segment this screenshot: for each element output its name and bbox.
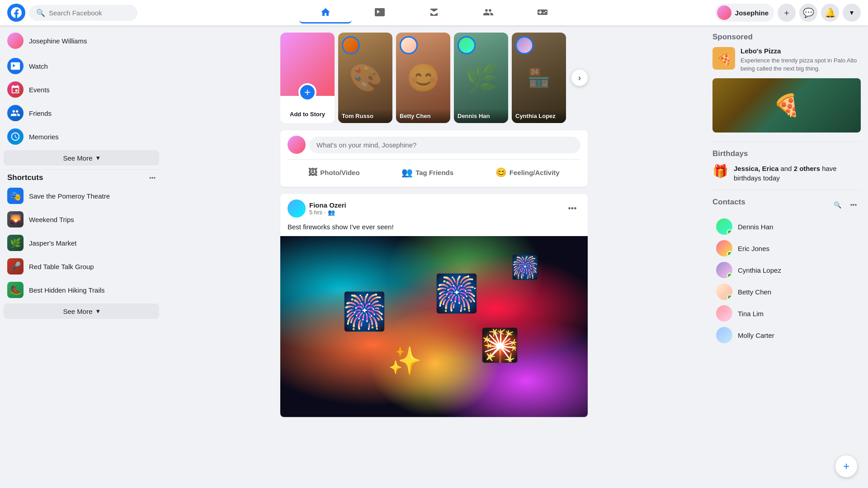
- contacts-search-btn[interactable]: 🔍: [830, 198, 844, 212]
- nav-tab-watch[interactable]: [354, 2, 406, 24]
- messenger-button[interactable]: 💬: [799, 4, 817, 22]
- shortcut-jasper[interactable]: 🌿 Jasper's Market: [4, 231, 159, 255]
- friends-label: Friends: [29, 109, 52, 117]
- feeling-label: Feeling/Activity: [509, 169, 560, 176]
- contact-betty[interactable]: Betty Chen: [712, 281, 861, 303]
- post-meta: 5 hrs · 👥: [309, 209, 346, 216]
- search-input[interactable]: [49, 9, 130, 17]
- contact-cynthia-online: [727, 273, 732, 278]
- stories-next-button[interactable]: ›: [571, 70, 588, 86]
- user-profile-btn[interactable]: Josephine: [715, 4, 774, 22]
- chevron-down-icon-2: ▾: [96, 307, 100, 315]
- shortcut-hiking[interactable]: 🥾 Best Hidden Hiking Trails: [4, 278, 159, 302]
- left-sidebar: Josephine Williams Watch Events Friends …: [0, 25, 163, 439]
- shortcuts-edit[interactable]: •••: [149, 175, 156, 181]
- sidebar-item-friends[interactable]: Friends: [4, 101, 159, 125]
- contacts-more-btn[interactable]: •••: [846, 198, 861, 212]
- photo-icon: 🖼: [308, 167, 317, 178]
- menu-button[interactable]: ▼: [843, 4, 861, 22]
- shortcut-red-img: 🎤: [7, 258, 24, 275]
- right-sidebar: Sponsored 🍕 Lebo's Pizza Experience the …: [705, 25, 868, 439]
- contact-tina-avatar: [716, 305, 732, 322]
- composer-input[interactable]: What's on your mind, Josephine?: [309, 137, 580, 153]
- contact-dennis[interactable]: Dennis Han: [712, 216, 861, 237]
- memories-icon: [7, 128, 24, 145]
- add-story-card[interactable]: + Add to Story: [280, 33, 335, 123]
- contact-dennis-name: Dennis Han: [738, 223, 773, 231]
- tag-friends-button[interactable]: 👥 Tag Friends: [396, 163, 459, 181]
- photo-video-label: Photo/Video: [320, 169, 359, 176]
- watch-icon: [7, 58, 24, 74]
- post-author-name[interactable]: Fiona Ozeri: [309, 201, 346, 209]
- sidebar-item-events[interactable]: Events: [4, 78, 159, 101]
- shortcut-jasper-label: Jasper's Market: [29, 239, 76, 247]
- sponsored-title: Sponsored: [712, 33, 861, 42]
- see-more-shortcuts[interactable]: See More ▾: [4, 303, 159, 319]
- chevron-right-icon: ›: [578, 73, 581, 83]
- contacts-actions: 🔍 •••: [830, 198, 861, 212]
- nav-tab-marketplace[interactable]: [408, 2, 460, 24]
- add-button[interactable]: ＋: [778, 4, 796, 22]
- sidebar-item-watch[interactable]: Watch: [4, 54, 159, 78]
- right-divider-1: [712, 142, 861, 142]
- story-dennis-art: 🌿: [454, 33, 508, 123]
- nav-tab-groups[interactable]: [462, 2, 514, 24]
- story-dennis[interactable]: Dennis Han 🌿: [454, 33, 508, 123]
- story-betty[interactable]: Betty Chen 😊: [396, 33, 450, 123]
- notifications-button[interactable]: 🔔: [821, 4, 839, 22]
- story-tom[interactable]: Tom Russo 🎨: [338, 33, 392, 123]
- contact-cynthia[interactable]: Cynthia Lopez: [712, 259, 861, 281]
- firework-3: 🎇: [480, 327, 519, 364]
- see-more-shortcuts-label: See More: [63, 308, 92, 315]
- nav-tab-home[interactable]: [299, 2, 352, 24]
- sidebar-user-profile[interactable]: Josephine Williams: [4, 29, 159, 52]
- tag-icon: 👥: [401, 167, 413, 178]
- composer-divider: [288, 159, 580, 160]
- search-bar[interactable]: 🔍: [29, 5, 137, 21]
- post-more-button[interactable]: •••: [564, 200, 580, 217]
- firework-4: ✨: [388, 345, 422, 377]
- contact-betty-name: Betty Chen: [738, 288, 771, 296]
- events-label: Events: [29, 86, 50, 94]
- navbar: 🔍 Josephine ＋: [0, 0, 868, 25]
- shortcut-save[interactable]: 🎭 Save the Pomeroy Theatre: [4, 184, 159, 208]
- stories-list: + Add to Story Tom Russo 🎨 Betty Chen 😊: [280, 33, 588, 123]
- sponsored-name: Lebo's Pizza: [741, 47, 861, 55]
- shortcut-red[interactable]: 🎤 Red Table Talk Group: [4, 255, 159, 278]
- contact-cynthia-avatar: [716, 262, 732, 278]
- story-cynthia[interactable]: Cynthia Lopez 🏪: [512, 33, 566, 123]
- birthday-names: Jessica, Erica: [734, 165, 778, 172]
- shortcut-save-label: Save the Pomeroy Theatre: [29, 192, 110, 200]
- chevron-down-icon: ▼: [849, 9, 855, 16]
- feeling-button[interactable]: 😊 Feeling/Activity: [490, 163, 565, 181]
- shortcut-trips[interactable]: 🌄 Weekend Trips: [4, 208, 159, 231]
- nav-tab-gaming[interactable]: [516, 2, 569, 24]
- see-more-nav[interactable]: See More ▾: [4, 150, 159, 166]
- contact-eric-avatar: [716, 240, 732, 256]
- photo-video-button[interactable]: 🖼 Photo/Video: [303, 163, 365, 181]
- sponsored-icon: 🍕: [712, 47, 735, 70]
- contact-molly[interactable]: Molly Carter: [712, 324, 861, 346]
- bell-icon: 🔔: [825, 7, 836, 18]
- sidebar-user-name: Josephine Williams: [29, 37, 87, 45]
- contact-eric[interactable]: Eric Jones: [712, 237, 861, 259]
- nav-center: [299, 2, 569, 24]
- memories-label: Memories: [29, 133, 59, 141]
- sidebar-item-memories[interactable]: Memories: [4, 125, 159, 148]
- post-header: Fiona Ozeri 5 hrs · 👥 •••: [280, 194, 588, 223]
- add-story-icon: +: [298, 83, 316, 101]
- sponsored-info: Lebo's Pizza Experience the trendy pizza…: [741, 47, 861, 73]
- right-divider-2: [712, 190, 861, 190]
- contacts-section: Contacts 🔍 ••• Dennis Han Eric Jones Cyn…: [712, 198, 861, 346]
- chevron-down-icon: ▾: [96, 154, 100, 162]
- contact-betty-online: [727, 294, 732, 300]
- shortcuts-title: Shortcuts: [7, 173, 43, 182]
- nav-right: Josephine ＋ 💬 🔔 ▼: [707, 4, 861, 22]
- contact-tina[interactable]: Tina Lim: [712, 303, 861, 324]
- sponsored-item[interactable]: 🍕 Lebo's Pizza Experience the trendy piz…: [712, 47, 861, 73]
- sidebar-user-avatar: [7, 33, 24, 49]
- facebook-logo[interactable]: [7, 4, 25, 22]
- more-icon: •••: [568, 204, 577, 213]
- contact-eric-name: Eric Jones: [738, 245, 769, 252]
- post-author-avatar[interactable]: [288, 199, 306, 218]
